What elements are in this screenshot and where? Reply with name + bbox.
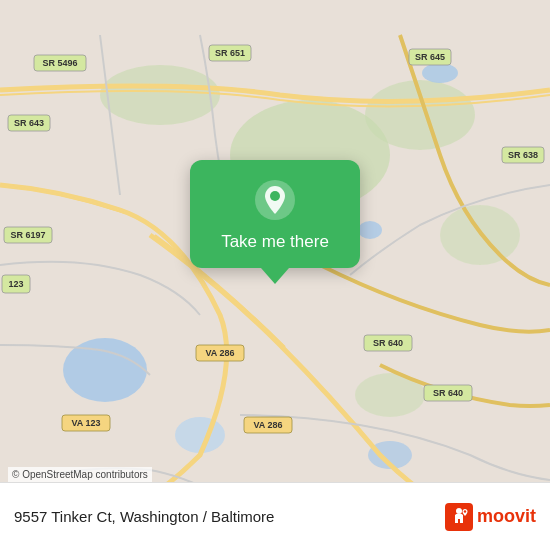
svg-text:SR 638: SR 638 <box>508 150 538 160</box>
take-me-there-button[interactable]: Take me there <box>221 232 329 252</box>
navigation-popup[interactable]: Take me there <box>190 160 360 284</box>
svg-text:SR 645: SR 645 <box>415 52 445 62</box>
bottom-bar: 9557 Tinker Ct, Washington / Baltimore m… <box>0 482 550 550</box>
map-pin-icon <box>253 178 297 222</box>
svg-text:123: 123 <box>8 279 23 289</box>
svg-text:VA 286: VA 286 <box>205 348 234 358</box>
svg-point-40 <box>464 510 466 512</box>
svg-text:SR 640: SR 640 <box>373 338 403 348</box>
map-container: SR 5496 SR 651 SR 645 SR 643 SR 638 SR 6… <box>0 0 550 550</box>
svg-text:SR 643: SR 643 <box>14 118 44 128</box>
svg-point-5 <box>175 417 225 453</box>
svg-point-37 <box>270 191 280 201</box>
svg-text:SR 640: SR 640 <box>433 388 463 398</box>
moovit-logo: moovit <box>445 503 536 531</box>
svg-point-7 <box>358 221 382 239</box>
svg-text:SR 5496: SR 5496 <box>42 58 77 68</box>
svg-point-39 <box>456 508 462 514</box>
moovit-logo-text: moovit <box>477 506 536 527</box>
svg-text:VA 286: VA 286 <box>253 420 282 430</box>
svg-point-8 <box>422 63 458 83</box>
svg-text:SR 6197: SR 6197 <box>10 230 45 240</box>
popup-box[interactable]: Take me there <box>190 160 360 268</box>
popup-tail <box>261 268 289 284</box>
svg-text:SR 651: SR 651 <box>215 48 245 58</box>
svg-point-2 <box>100 65 220 125</box>
moovit-logo-icon <box>445 503 473 531</box>
map-attribution: © OpenStreetMap contributors <box>8 467 152 482</box>
address-text: 9557 Tinker Ct, Washington / Baltimore <box>14 508 274 525</box>
svg-text:VA 123: VA 123 <box>71 418 100 428</box>
